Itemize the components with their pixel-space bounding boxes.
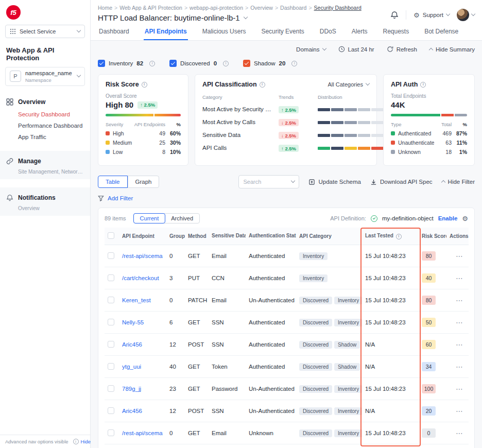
sidebar-item-security-dashboard[interactable]: Security Dashboard (0, 109, 90, 120)
update-schema-button[interactable]: Update Schema (308, 179, 360, 185)
archived-tab[interactable]: Archived (165, 214, 199, 223)
method-value: POST (185, 334, 209, 356)
funnel-icon (98, 195, 104, 201)
row-checkbox[interactable] (108, 252, 114, 259)
tab-dashboard[interactable]: Dashboard (98, 24, 130, 40)
row-checkbox[interactable] (108, 319, 114, 325)
row-actions-button[interactable]: ⋯ (456, 407, 463, 415)
current-archived-toggle: Current Archived (133, 213, 200, 223)
endpoint-link[interactable]: 789g_jj (122, 386, 141, 392)
distribution-segment (358, 147, 370, 150)
support-menu[interactable]: ⚙ Support (414, 12, 450, 19)
chevron-down-icon[interactable] (291, 179, 295, 183)
row-actions-button[interactable]: ⋯ (456, 340, 463, 349)
sidebar-item-overview[interactable]: Overview (0, 95, 90, 109)
checkbox-checked-icon[interactable] (98, 60, 105, 67)
row-checkbox[interactable] (108, 407, 114, 414)
row-actions-button[interactable]: ⋯ (456, 363, 463, 371)
row-checkbox[interactable] (108, 297, 114, 303)
hide-filter-toggle[interactable]: Hide Filter (442, 179, 475, 185)
endpoint-link[interactable]: /cart/checkout (122, 275, 159, 281)
method-value: PUT (185, 267, 209, 289)
tab-ddos[interactable]: DDoS (319, 24, 337, 40)
method-value: GET (185, 422, 209, 444)
all-categories-dropdown[interactable]: All Categories (328, 81, 369, 88)
row-checkbox[interactable] (108, 429, 114, 436)
checkbox-checked-icon[interactable] (169, 60, 177, 67)
search-input[interactable] (243, 179, 288, 185)
table-row: 789g_jj23GETPasswordUn-AuthenticatedDisc… (105, 378, 469, 400)
distribution-segment (331, 121, 343, 124)
table-view-button[interactable]: Table (98, 176, 128, 188)
endpoint-link[interactable]: Aric456 (122, 341, 142, 348)
filter-inventory[interactable]: Inventory82 i (98, 60, 155, 67)
tab-security-events[interactable]: Security Events (260, 24, 305, 40)
refresh-button[interactable]: Refresh (387, 46, 417, 53)
gear-icon[interactable]: ⚙ (462, 215, 468, 222)
current-tab[interactable]: Current (133, 213, 166, 223)
row-checkbox[interactable] (108, 341, 114, 348)
tab-requests[interactable]: Requests (382, 24, 410, 40)
endpoint-link[interactable]: Nelly-55 (122, 319, 144, 325)
namespace-selector[interactable]: P namespace_name Namespace (5, 67, 85, 86)
graph-view-button[interactable]: Graph (128, 176, 160, 188)
sidebar-item-notifications[interactable]: Notifications (0, 191, 90, 204)
add-filter-button[interactable]: Add Filter (98, 195, 475, 201)
classification-category: API Calls (202, 145, 271, 151)
distribution-segment (371, 108, 384, 111)
chevron-down-icon (77, 28, 81, 32)
breadcrumb-home[interactable]: Home (98, 5, 117, 11)
endpoint-link[interactable]: Aric456 (122, 408, 142, 414)
tab-alerts[interactable]: Alerts (351, 24, 369, 40)
endpoint-link[interactable]: /rest-api/scema (122, 430, 163, 436)
chevron-down-icon[interactable] (243, 14, 247, 19)
category-badge: Discovered (299, 319, 332, 326)
checkbox-checked-icon[interactable] (243, 60, 250, 67)
f5-logo[interactable]: f5 (6, 5, 21, 20)
domains-dropdown[interactable]: Domains (296, 46, 325, 53)
time-range-selector[interactable]: Last 24 hr (338, 46, 374, 53)
sidebar-item-manage[interactable]: Manage (0, 154, 90, 168)
row-actions-button[interactable]: ⋯ (456, 296, 463, 304)
breadcrumb-security-dashboard[interactable]: Security Dashboard (314, 5, 361, 11)
endpoint-link[interactable]: Keren_test (122, 297, 151, 303)
select-all-checkbox[interactable] (108, 232, 114, 239)
breadcrumb: Home Web App & API Protection webapp-api… (98, 5, 361, 11)
row-checkbox[interactable] (108, 274, 114, 281)
sidebar-item-app-traffic[interactable]: App Traffic (0, 131, 90, 143)
tab-api-endpoints[interactable]: API Endpoints (144, 24, 188, 40)
hide-summary-toggle[interactable]: Hide Summary (429, 46, 475, 53)
download-api-spec-button[interactable]: Download API Spec (370, 179, 433, 185)
tab-bot-defense[interactable]: Bot Defense (423, 24, 459, 40)
enable-link[interactable]: Enable (438, 215, 458, 221)
filter-shadow[interactable]: Shadow20 i (243, 60, 297, 67)
endpoint-link[interactable]: ytg_uui (122, 364, 141, 370)
breadcrumb-waap[interactable]: Web App & API Protection (119, 5, 187, 11)
row-actions-button[interactable]: ⋯ (456, 318, 463, 326)
sidebar-item-performance-dashboard[interactable]: Performance Dashboard (0, 120, 90, 131)
distribution-colhead: Distribution (318, 94, 369, 100)
row-actions-button[interactable]: ⋯ (456, 385, 463, 393)
col-group: Group (166, 228, 185, 245)
breadcrumb-overview[interactable]: Overview (250, 5, 278, 11)
user-menu[interactable] (457, 9, 475, 21)
filter-discovered[interactable]: Discovered0 i (169, 60, 229, 67)
risk-score-value: 80 (125, 100, 134, 109)
info-icon: i (149, 61, 155, 66)
endpoint-link[interactable]: /rest-api/scema (122, 253, 163, 259)
api-definition-value[interactable]: my-definition-object (382, 215, 434, 221)
total-header: Total (434, 122, 452, 127)
category-badge: Inventory (334, 407, 362, 415)
row-actions-button[interactable]: ⋯ (456, 252, 463, 260)
tab-malicious-users[interactable]: Malicious Users (201, 24, 247, 40)
select-service-dropdown[interactable]: Select Service (5, 25, 85, 38)
hide-nav-options-link[interactable]: Hide (81, 439, 91, 444)
bell-icon[interactable] (390, 11, 399, 19)
breadcrumb-webapp-api-protection[interactable]: webapp-api-protection (190, 5, 248, 11)
row-checkbox[interactable] (108, 385, 114, 392)
row-actions-button[interactable]: ⋯ (456, 429, 463, 437)
row-actions-button[interactable]: ⋯ (456, 274, 463, 282)
api-classification-title: API Classification (202, 81, 257, 88)
row-checkbox[interactable] (108, 363, 114, 370)
breadcrumb-dashboard[interactable]: Dashboard (280, 5, 312, 11)
